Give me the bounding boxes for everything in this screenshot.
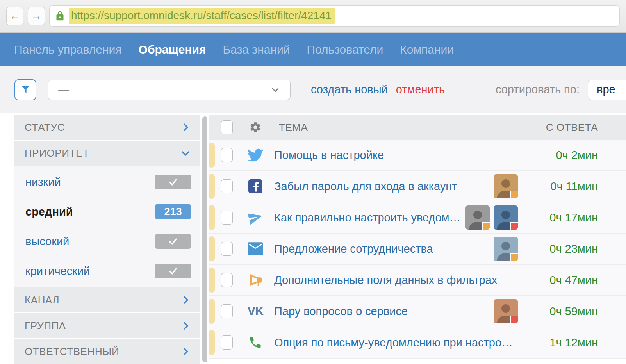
cancel-link[interactable]: отменить — [396, 83, 445, 96]
case-title[interactable]: Предложение сотрудничества — [274, 243, 494, 255]
priority-label: критический — [25, 265, 90, 278]
row-checkbox[interactable] — [221, 211, 233, 225]
avatar — [494, 174, 518, 198]
priority-stripe — [209, 236, 215, 261]
section-label: КАНАЛ — [25, 294, 59, 306]
tab-dashboard[interactable]: Панель управления — [14, 43, 122, 56]
section-label: СТАТУС — [25, 121, 65, 134]
priority-item-medium[interactable]: средний 213 — [14, 197, 200, 227]
chevron-right-icon — [181, 347, 190, 356]
assignee-avatars — [494, 174, 518, 198]
priority-item-critical[interactable]: критический — [14, 256, 200, 286]
sort-select[interactable]: вре — [588, 80, 626, 100]
chevron-down-icon — [271, 85, 280, 95]
tab-users[interactable]: Пользователи — [307, 43, 383, 56]
case-title[interactable]: Пару вопросов о сервисе — [274, 305, 494, 318]
status-badge — [510, 253, 518, 261]
section-label: ПРИОРИТЕТ — [25, 147, 89, 159]
assignee-avatars — [494, 299, 518, 323]
priority-stripe — [209, 268, 215, 293]
since-reply-time: 0ч 2мин — [535, 149, 598, 162]
case-title[interactable]: Дополнительные поля данных в фильтрах — [274, 274, 518, 287]
since-reply-time: 0ч 59мин — [535, 305, 598, 318]
funnel-icon — [20, 84, 31, 95]
since-reply-time: 0ч 11мин — [535, 180, 598, 193]
row-checkbox[interactable] — [221, 335, 233, 350]
priority-stripe — [209, 205, 215, 230]
case-title[interactable]: Как правильно настроить уведомления — [274, 211, 465, 224]
assignee-avatars — [465, 205, 518, 230]
address-bar[interactable]: https://support.omnidesk.ru/staff/cases/… — [49, 5, 620, 27]
chevron-right-icon — [181, 123, 190, 132]
since-reply-time: 0ч 23мин — [535, 243, 598, 255]
cases-table: ТЕМА С ОТВЕТА Помощь в настройке 0ч 2мин… — [209, 115, 626, 364]
row-checkbox[interactable] — [221, 304, 233, 318]
checked-toggle[interactable] — [155, 175, 191, 189]
chevron-right-icon — [181, 321, 190, 330]
create-new-filter-link[interactable]: создать новый — [311, 83, 388, 96]
checked-toggle[interactable] — [155, 234, 191, 249]
case-title[interactable]: Помощь в настройке — [274, 149, 518, 162]
filter-button[interactable] — [14, 79, 36, 100]
column-theme: ТЕМА — [279, 121, 308, 134]
tab-cases[interactable]: Обращения — [139, 43, 206, 56]
section-label: ГРУППА — [25, 320, 66, 332]
chevron-down-icon — [181, 148, 190, 158]
priority-stripe — [209, 330, 215, 355]
table-row[interactable]: Дополнительные поля данных в фильтрах 0ч… — [209, 265, 626, 296]
sort-by-label: сортировать по: — [496, 83, 580, 96]
checked-toggle[interactable] — [155, 264, 191, 278]
filters-toolbar: — создать новый отменить сортировать по:… — [0, 66, 626, 113]
table-row[interactable]: Опция по письму-уведомлению при настройк… — [209, 327, 626, 359]
gear-icon[interactable] — [249, 121, 262, 134]
case-title[interactable]: Опция по письму-уведомлению при настройк… — [274, 336, 518, 349]
select-all-checkbox[interactable] — [221, 120, 233, 134]
sidebar-section-channel[interactable]: КАНАЛ — [14, 287, 200, 312]
tab-companies[interactable]: Компании — [400, 43, 454, 56]
priority-items: низкий средний 213 высокий критический — [14, 166, 200, 287]
table-row[interactable]: Помощь в настройке 0ч 2мин — [209, 140, 626, 171]
saved-filter-value: — — [58, 84, 69, 96]
status-badge — [510, 191, 518, 198]
priority-label: низкий — [25, 176, 61, 189]
tab-knowledge-base[interactable]: База знаний — [223, 43, 290, 56]
assignee-avatars — [494, 237, 518, 261]
avatar — [465, 205, 490, 230]
sidebar-scrollbar[interactable] — [202, 116, 207, 362]
case-title[interactable]: Забыл пароль для входа в аккаунт — [274, 180, 494, 193]
since-reply-time: 0ч 17мин — [535, 211, 598, 224]
avatar — [494, 237, 518, 261]
status-badge — [482, 222, 490, 230]
filter-sidebar: СТАТУС ПРИОРИТЕТ низкий средний 213 высо… — [14, 115, 200, 364]
browser-back-button[interactable]: ← — [6, 7, 23, 25]
url-text: https://support.omnidesk.ru/staff/cases/… — [69, 8, 335, 24]
priority-item-high[interactable]: высокий — [14, 227, 200, 256]
row-checkbox[interactable] — [221, 179, 233, 193]
vk-icon: VK — [247, 304, 264, 318]
browser-forward-button[interactable]: → — [28, 7, 45, 25]
row-checkbox[interactable] — [221, 242, 233, 256]
row-checkbox[interactable] — [221, 273, 233, 287]
priority-stripe — [209, 299, 215, 324]
count-badge: 213 — [155, 204, 191, 219]
priority-item-low[interactable]: низкий — [14, 167, 200, 197]
table-row[interactable]: Предложение сотрудничества 0ч 23мин — [209, 234, 626, 265]
sidebar-section-assignee[interactable]: ОТВЕТСТВЕННЫЙ — [14, 339, 200, 364]
megaphone-icon — [247, 272, 264, 288]
sidebar-section-status[interactable]: СТАТУС — [14, 115, 200, 140]
vk-glyph: VK — [247, 304, 263, 318]
back-arrow-icon: ← — [9, 10, 20, 22]
forward-arrow-icon: → — [31, 10, 42, 22]
telegram-icon — [247, 210, 264, 225]
top-navigation: Панель управления Обращения База знаний … — [0, 33, 626, 66]
chevron-right-icon — [181, 295, 190, 305]
sidebar-section-priority[interactable]: ПРИОРИТЕТ — [14, 141, 200, 166]
saved-filter-select[interactable]: — — [48, 80, 291, 100]
table-row[interactable]: Как правильно настроить уведомления 0ч 1… — [209, 202, 626, 234]
row-checkbox[interactable] — [221, 148, 233, 162]
sort-value: вре — [597, 83, 615, 96]
table-row[interactable]: Забыл пароль для входа в аккаунт 0ч 11ми… — [209, 171, 626, 202]
content-area: СТАТУС ПРИОРИТЕТ низкий средний 213 высо… — [0, 113, 626, 364]
sidebar-section-group[interactable]: ГРУППА — [14, 313, 200, 338]
table-row[interactable]: VK Пару вопросов о сервисе 0ч 59мин — [209, 296, 626, 327]
